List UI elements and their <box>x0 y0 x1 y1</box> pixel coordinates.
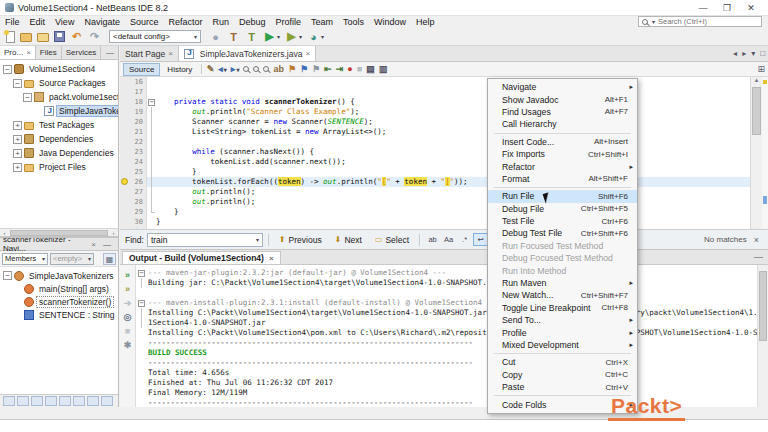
code-editor[interactable]: 161718− private static void scannerToken… <box>120 77 768 229</box>
expand-handle-icon[interactable]: − <box>23 93 32 102</box>
code-line-19[interactable]: 19 out.println("Scanner Class Example"); <box>120 107 750 117</box>
editor-scrollbar[interactable]: ▲ <box>750 77 762 229</box>
expand-handle-icon[interactable]: + <box>13 163 22 172</box>
minimize-button[interactable]: — <box>691 3 715 13</box>
menu-item-cut[interactable]: CutCtrl+X <box>488 356 637 368</box>
tab-services[interactable]: Services <box>62 46 102 59</box>
rerun-icon[interactable]: » <box>122 269 134 280</box>
navigator-filter-icon[interactable] <box>87 396 99 406</box>
highlight-results-icon[interactable]: ab <box>425 233 440 246</box>
navigator-filter-icon[interactable] <box>59 396 71 406</box>
navigator-filter-icon[interactable] <box>73 396 85 406</box>
open-project-button[interactable] <box>35 29 51 45</box>
minimize-panel-button[interactable]: — <box>102 46 118 59</box>
tree-item-test-packages[interactable]: +Test Packages <box>0 118 118 132</box>
sort-icon[interactable]: ▦ <box>103 253 116 265</box>
menu-item-copy[interactable]: CopyCtrl+C <box>488 369 637 381</box>
menu-run[interactable]: Run <box>207 17 234 27</box>
navigator-filter-icon[interactable] <box>3 396 15 406</box>
scroll-tabs-left-icon[interactable]: ◂ <box>733 49 737 58</box>
tab-projects[interactable]: Pro... × <box>0 46 36 59</box>
menu-tools[interactable]: Tools <box>338 17 369 27</box>
menu-item-paste[interactable]: PasteCtrl+V <box>488 381 637 393</box>
code-line-22[interactable]: 22 <box>120 137 750 147</box>
rebuild-project-button[interactable]: T <box>243 29 260 45</box>
code-line-30[interactable]: 30} <box>120 217 750 227</box>
shift-left-icon[interactable]: ⇤ <box>323 63 334 75</box>
profile-project-button[interactable]: ◕▾ <box>305 29 326 45</box>
minimize-panel-button[interactable]: — <box>754 252 763 262</box>
tree-item-scannertokenizer[interactable]: scannerTokenizer() <box>0 295 118 308</box>
run-project-button[interactable]: ▶▾ <box>261 29 282 45</box>
find-next-icon[interactable] <box>252 63 261 75</box>
navigator-filter-icon[interactable] <box>17 396 29 406</box>
menu-item-refactor[interactable]: Refactor▸ <box>488 160 637 172</box>
menu-item-format[interactable]: FormatAlt+Shift+F <box>488 173 637 185</box>
menu-item-fix-imports[interactable]: Fix ImportsCtrl+Shift+I <box>488 148 637 160</box>
close-button[interactable]: ✕ <box>739 3 763 13</box>
scrollbar-thumb[interactable] <box>10 230 108 236</box>
macro-stop-icon[interactable]: ■ <box>355 63 363 75</box>
code-line-28[interactable]: 28 out.println(); <box>120 197 750 207</box>
tree-item-java-dependencies[interactable]: +Java Dependencies <box>0 146 118 160</box>
search-output-icon[interactable]: ◎ <box>122 311 134 322</box>
tree-item-dependencies[interactable]: +Dependencies <box>0 132 118 146</box>
code-line-26[interactable]: 26 tokenList.forEach((token) -> out.prin… <box>120 177 750 187</box>
stop-build-icon[interactable]: ➔ <box>122 297 134 308</box>
code-line-25[interactable]: 25 } <box>120 167 750 177</box>
menu-item-new-watch[interactable]: New Watch...Ctrl+Shift+F7 <box>488 289 637 301</box>
expand-handle-icon[interactable]: + <box>13 149 22 158</box>
tree-item-main-string-args[interactable]: main(String[] args) <box>0 282 118 295</box>
scroll-tabs-right-icon[interactable]: ▸ <box>742 49 746 58</box>
macro-record-icon[interactable]: ● <box>346 63 354 75</box>
menu-window[interactable]: Window <box>369 17 411 27</box>
menu-view[interactable]: View <box>50 17 79 27</box>
close-icon[interactable]: × <box>91 240 96 249</box>
navigator-filter-icon[interactable] <box>31 396 43 406</box>
navigator-filter-icon[interactable] <box>45 396 57 406</box>
menu-item-mixed-development[interactable]: Mixed Development▸ <box>488 339 637 351</box>
undo-button[interactable]: ↶ <box>68 29 85 45</box>
menu-item-navigate[interactable]: Navigate▸ <box>488 81 637 93</box>
find-selection-icon[interactable] <box>242 63 251 75</box>
code-line-20[interactable]: 20 Scanner scanner = new Scanner(SENTENC… <box>120 117 750 127</box>
source-view-button[interactable]: Source <box>123 63 160 76</box>
menu-refactor[interactable]: Refactor <box>163 17 207 27</box>
output-scrollbar[interactable] <box>757 265 768 407</box>
tree-item-volume1section4[interactable]: −Volume1Section4 <box>0 62 118 76</box>
close-find-bar-icon[interactable]: × <box>750 235 763 245</box>
menu-source[interactable]: Source <box>125 17 164 27</box>
code-line-17[interactable]: 17 <box>120 87 750 97</box>
back-icon[interactable]: ◂▾ <box>217 63 229 75</box>
editor-tab-start-page[interactable]: Start Page× <box>120 46 179 61</box>
filter-combobox[interactable]: <empty> ▾ <box>50 253 94 265</box>
menu-edit[interactable]: Edit <box>25 17 51 27</box>
history-view-button[interactable]: History <box>161 63 198 76</box>
find-combobox[interactable]: ▾ <box>147 233 263 247</box>
rerun-with-params-icon[interactable]: » <box>122 283 134 294</box>
find-next-button[interactable]: ⬇Next <box>330 234 367 246</box>
navigator-filter-icon[interactable] <box>101 396 113 406</box>
menu-item-call-hierarchy[interactable]: Call Hierarchy <box>488 118 637 130</box>
maximize-window-icon[interactable]: □ <box>760 49 765 58</box>
expand-handle-icon[interactable]: + <box>13 121 22 130</box>
tree-item-simplejavatokenizers-java[interactable]: SimpleJavaTokenizers.java <box>0 104 118 118</box>
output-settings-icon[interactable]: ✱ <box>122 339 134 350</box>
menu-item-show-javadoc[interactable]: Show JavadocAlt+F1 <box>488 93 637 105</box>
minimize-panel-button[interactable]: — <box>99 240 115 249</box>
tree-item-sentence-string[interactable]: SENTENCE : String <box>0 308 118 321</box>
quick-search[interactable]: ▾ <box>638 16 762 27</box>
debug-project-button[interactable]: ▶▾ <box>283 29 304 45</box>
toggle-bookmark-icon[interactable]: ⚑ <box>311 63 322 75</box>
regex-icon[interactable]: .* <box>457 233 472 246</box>
save-all-button[interactable] <box>52 29 67 45</box>
build-project-button[interactable]: ● <box>207 29 224 45</box>
expand-handle-icon[interactable]: − <box>3 65 12 74</box>
shift-right-icon[interactable]: ⇥ <box>334 63 345 75</box>
menu-item-debug-test-file[interactable]: Debug Test FileCtrl+Shift+F6 <box>488 227 637 239</box>
menu-item-profile[interactable]: Profile▸ <box>488 326 637 338</box>
split-document-icon[interactable]: ⊞ <box>757 64 765 74</box>
clean-build-project-button[interactable]: T <box>225 29 242 45</box>
tree-item-source-packages[interactable]: −Source Packages <box>0 76 118 90</box>
close-icon[interactable]: × <box>269 254 274 263</box>
